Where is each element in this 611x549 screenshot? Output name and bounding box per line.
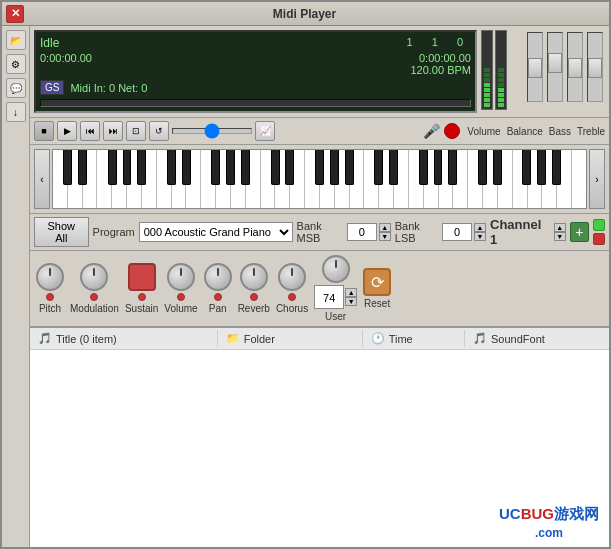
col-title: 🎵 Title (0 item) [30, 330, 218, 347]
channel-active-indicator [593, 219, 605, 231]
sustain-dot[interactable] [138, 293, 146, 301]
next-button[interactable]: ⏭ [103, 121, 123, 141]
chorus-dot[interactable] [288, 293, 296, 301]
meter-left [481, 30, 493, 110]
chorus-knob[interactable] [278, 263, 306, 291]
bank-msb-input[interactable] [347, 223, 377, 241]
treble-fader-handle[interactable] [588, 58, 602, 78]
white-key[interactable] [275, 150, 290, 208]
sustain-button[interactable] [128, 263, 156, 291]
loop-button[interactable]: ⊡ [126, 121, 146, 141]
volume-knob-label: Volume [164, 303, 197, 314]
white-key[interactable] [53, 150, 68, 208]
white-key[interactable] [498, 150, 513, 208]
sidebar-chat-button[interactable]: 💬 [6, 78, 26, 98]
progress-bar[interactable] [40, 99, 471, 107]
bass-fader-track[interactable] [567, 32, 583, 102]
white-key[interactable] [528, 150, 543, 208]
white-key[interactable] [572, 150, 586, 208]
white-key[interactable] [542, 150, 557, 208]
reverb-knob[interactable] [240, 263, 268, 291]
white-key[interactable] [261, 150, 276, 208]
white-key[interactable] [350, 150, 365, 208]
piano-keyboard[interactable]: .wkey { flex:1; height:100%; background:… [52, 149, 587, 209]
reset-button[interactable]: ⟳ [363, 268, 391, 296]
volume-fader-track[interactable] [527, 32, 543, 102]
rewind-button[interactable]: ↺ [149, 121, 169, 141]
white-key[interactable] [364, 150, 379, 208]
sidebar-down-button[interactable]: ↓ [6, 102, 26, 122]
white-key[interactable] [68, 150, 83, 208]
volume-fader-handle[interactable] [528, 58, 542, 78]
white-key[interactable] [513, 150, 528, 208]
balance-fader-handle[interactable] [548, 53, 562, 73]
stop-button[interactable]: ■ [34, 121, 54, 141]
white-key[interactable] [557, 150, 572, 208]
loop-icon: ⊡ [132, 126, 140, 136]
play-button[interactable]: ▶ [57, 121, 77, 141]
white-key[interactable] [320, 150, 335, 208]
pitch-knob[interactable] [36, 263, 64, 291]
balance-fader-track[interactable] [547, 32, 563, 102]
prev-button[interactable]: ⏮ [80, 121, 100, 141]
col-time: 🕐 Time [363, 330, 465, 347]
graph-button[interactable]: 📈 [255, 121, 275, 141]
white-key[interactable] [83, 150, 98, 208]
reverb-dot[interactable] [250, 293, 258, 301]
user-knob[interactable] [322, 255, 350, 283]
white-key[interactable] [409, 150, 424, 208]
add-channel-button[interactable]: + [570, 222, 589, 242]
close-button[interactable]: ✕ [6, 5, 24, 23]
white-key[interactable] [172, 150, 187, 208]
record-button[interactable] [444, 123, 460, 139]
user-up[interactable]: ▲ [345, 288, 357, 297]
white-key[interactable] [201, 150, 216, 208]
keyboard-next-button[interactable]: › [589, 149, 605, 209]
channel-up[interactable]: ▲ [554, 223, 566, 232]
white-key[interactable] [335, 150, 350, 208]
white-key[interactable] [157, 150, 172, 208]
white-key[interactable] [112, 150, 127, 208]
white-key[interactable] [439, 150, 454, 208]
white-key[interactable] [231, 150, 246, 208]
bank-lsb-input[interactable] [442, 223, 472, 241]
mic-button[interactable]: 🎤 [421, 121, 441, 141]
channel-down[interactable]: ▼ [554, 232, 566, 241]
white-key[interactable] [453, 150, 468, 208]
bank-lsb-down[interactable]: ▼ [474, 232, 486, 241]
keyboard-prev-button[interactable]: ‹ [34, 149, 50, 209]
white-key[interactable] [290, 150, 305, 208]
pan-dot[interactable] [214, 293, 222, 301]
volume-knob[interactable] [167, 263, 195, 291]
bank-msb-down[interactable]: ▼ [379, 232, 391, 241]
modulation-dot[interactable] [90, 293, 98, 301]
sidebar-open-button[interactable]: 📂 [6, 30, 26, 50]
white-key[interactable] [97, 150, 112, 208]
white-key[interactable] [483, 150, 498, 208]
position-slider[interactable] [172, 128, 252, 134]
white-key[interactable] [216, 150, 231, 208]
white-key[interactable] [305, 150, 320, 208]
white-key[interactable] [424, 150, 439, 208]
bass-fader-handle[interactable] [568, 58, 582, 78]
pitch-dot[interactable] [46, 293, 54, 301]
program-select[interactable]: 000 Acoustic Grand Piano [139, 222, 293, 242]
white-key[interactable] [379, 150, 394, 208]
user-down[interactable]: ▼ [345, 297, 357, 306]
white-key[interactable] [246, 150, 261, 208]
bank-msb-up[interactable]: ▲ [379, 223, 391, 232]
sidebar-settings-button[interactable]: ⚙ [6, 54, 26, 74]
meter-right [495, 30, 507, 110]
pan-knob[interactable] [204, 263, 232, 291]
white-key[interactable] [468, 150, 483, 208]
show-all-button[interactable]: Show All [34, 217, 89, 247]
white-key[interactable] [127, 150, 142, 208]
bank-lsb-up[interactable]: ▲ [474, 223, 486, 232]
treble-fader-track[interactable] [587, 32, 603, 102]
volume-dot[interactable] [177, 293, 185, 301]
modulation-knob[interactable] [80, 263, 108, 291]
white-key[interactable] [186, 150, 201, 208]
white-key[interactable] [394, 150, 409, 208]
white-key[interactable] [142, 150, 157, 208]
time-col-label: Time [389, 333, 413, 345]
